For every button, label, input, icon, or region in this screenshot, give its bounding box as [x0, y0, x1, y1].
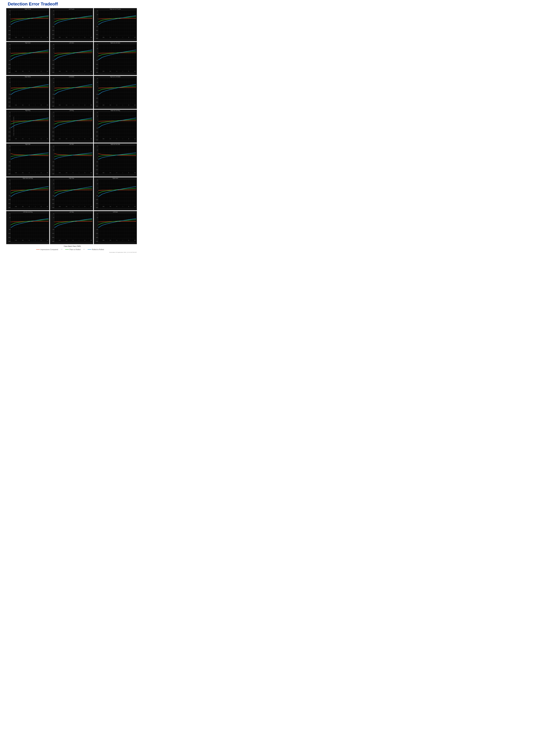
chart-inner-4-0: 0.0010.010.1110100 — [11, 146, 49, 174]
chart-title-2-0: Right Middle — [25, 76, 31, 77]
x-axis-2-0: 0.0010.010.1110100 — [15, 104, 48, 107]
chart-4-1: Left Little0.10.5125.0010.0020.000.0010.… — [50, 143, 93, 177]
chart-title-5-0: Right Index and Ring — [23, 178, 33, 179]
chart-inner-4-2: 0.0010.010.1110100 — [98, 146, 136, 174]
chart-inner-1-2: 0.0010.010.1110100 — [98, 44, 136, 73]
x-axis-2-1: 0.0010.010.1110100 — [59, 104, 91, 107]
chart-6-0: Left Index and Ring0.10.5125.0010.0020.0… — [6, 211, 49, 244]
chart-4-2: Right and Left Little0.10.5125.0010.0020… — [94, 143, 137, 177]
chart-0-0: Right Thumb0.10.5125.0010.0020.000.0010.… — [6, 8, 49, 41]
x-axis-5-2: 0.0010.010.1110100 — [103, 206, 135, 208]
chart-inner-4-1: 0.0010.010.1110100 — [54, 146, 92, 174]
chart-3-1: Left Ring0.10.5125.0010.0020.000.0010.00… — [50, 109, 93, 143]
chart-inner-6-1: 0.0010.010.1110100 — [54, 213, 92, 242]
legend: Impressions Compared — Plain to Rolled —… — [3, 248, 137, 250]
y-axis-6-1: 0.10.5125.0010.0020.000.001 — [50, 213, 54, 242]
chart-inner-1-0: 0.0010.010.1110100 — [11, 44, 49, 73]
chart-5-2: Right Hand0.10.5125.0010.0020.000.0010.0… — [94, 177, 137, 210]
x-axis-0-2: 0.0010.010.1110100 — [103, 37, 135, 39]
y-axis-1-2: 0.10.5125.0010.0020.000.001 — [94, 44, 98, 73]
chart-2-0: Right Middle0.10.5125.0010.0020.000.0010… — [6, 76, 49, 109]
y-axis-0-2: 0.10.5125.0010.0020.000.001 — [94, 10, 98, 39]
chart-inner-6-0: 0.0010.010.1110100 — [11, 213, 49, 242]
chart-inner-0-1: 0.0010.010.1110100 — [54, 10, 92, 39]
chart-title-5-2: Right Hand — [113, 178, 118, 179]
chart-3-0: Right Ring0.10.5125.0010.0020.000.0010.0… — [6, 109, 49, 143]
x-axis-4-2: 0.0010.010.1110100 — [103, 172, 135, 174]
chart-6-1: Left Slap0.10.5125.0010.0020.000.0010.00… — [50, 211, 93, 244]
y-axis-2-2: 0.10.5125.0010.0020.000.001 — [94, 78, 98, 107]
legend-line-blue — [87, 249, 91, 250]
chart-inner-5-0: 0.0010.010.1110100 — [11, 180, 49, 208]
chart-title-6-0: Left Index and Ring — [23, 211, 32, 212]
y-axis-2-1: 0.10.5125.0010.0020.000.001 — [50, 78, 54, 107]
y-axis-5-0: 0.10.5125.0010.0020.000.001 — [6, 180, 11, 208]
chart-title-2-2: Right and Left Middle — [110, 76, 121, 77]
chart-inner-2-2: 0.0010.010.1110100 — [98, 78, 136, 107]
y-axis-6-2: 0.10.5125.0010.0020.000.001 — [94, 213, 98, 242]
y-axis-4-1: 0.10.5125.0010.0020.000.001 — [50, 146, 54, 174]
chart-title-6-2: Left Hand — [113, 211, 117, 212]
chart-title-4-2: Right and Left Little — [111, 144, 120, 145]
x-axis-3-1: 0.0010.010.1110100 — [59, 138, 91, 140]
x-axis-1-1: 0.0010.010.1110100 — [59, 71, 91, 73]
footer-text: Generated 18 September 2024, 12:21:09 PM… — [3, 252, 137, 253]
chart-4-0: Right Little0.10.5125.0010.0020.000.0010… — [6, 143, 49, 177]
legend-label-orange: Impressions Compared — [41, 249, 58, 250]
x-axis-6-0: 0.0010.010.1110100 — [15, 240, 48, 242]
legend-line-green — [65, 249, 69, 250]
y-axis-1-1: 0.10.5125.0010.0020.000.001 — [50, 44, 54, 73]
chart-title-4-1: Left Little — [70, 144, 74, 145]
x-axis-2-2: 0.0010.010.1110100 — [103, 104, 135, 107]
x-axis-6-2: 0.0010.010.1110100 — [103, 240, 135, 242]
chart-title-1-1: Left Index — [69, 42, 74, 44]
chart-inner-2-1: 0.0010.010.1110100 — [54, 78, 92, 107]
y-axis-5-2: 0.10.5125.0010.0020.000.001 — [94, 180, 98, 208]
chart-5-0: Right Index and Ring0.10.5125.0010.0020.… — [6, 177, 49, 210]
chart-title-6-1: Left Slap — [70, 211, 74, 212]
x-axis-label: False Match Rate (FMR) — [8, 246, 137, 247]
chart-1-1: Left Index0.10.5125.0010.0020.000.0010.0… — [50, 42, 93, 75]
legend-line-orange — [36, 249, 40, 250]
chart-6-2: Left Hand0.10.5125.0010.0020.000.0010.00… — [94, 211, 137, 244]
chart-title-3-2: Right and Left Ring — [111, 110, 120, 111]
chart-5-1: Right Slap0.10.5125.0010.0020.000.0010.0… — [50, 177, 93, 210]
x-axis-4-0: 0.0010.010.1110100 — [15, 172, 48, 174]
x-axis-5-1: 0.0010.010.1110100 — [59, 206, 91, 208]
y-axis-3-1: 0.10.5125.0010.0020.000.001 — [50, 112, 54, 140]
x-axis-3-0: 0.0010.010.1110100 — [15, 138, 48, 140]
chart-inner-3-2: 0.0010.010.1110100 — [98, 112, 136, 140]
x-axis-1-0: 0.0010.010.1110100 — [15, 71, 48, 73]
chart-inner-6-2: 0.0010.010.1110100 — [98, 213, 136, 242]
y-axis-title: False Non-Match Rate (FNMR) — [13, 117, 15, 136]
x-axis-4-1: 0.0010.010.1110100 — [59, 172, 91, 174]
chart-title-5-1: Right Slap — [69, 178, 74, 179]
chart-title-1-0: Right Index — [25, 42, 30, 44]
chart-3-2: Right and Left Ring0.10.5125.0010.0020.0… — [94, 109, 137, 143]
y-axis-1-0: 0.10.5125.0010.0020.000.001 — [6, 44, 11, 73]
charts-wrapper: False Non-Match Rate (FNMR) Right Thumb0… — [3, 8, 137, 244]
x-axis-3-2: 0.0010.010.1110100 — [103, 138, 135, 140]
chart-title-0-1: Left Thumb — [69, 8, 74, 10]
chart-inner-3-0: 0.0010.010.1110100 — [11, 112, 49, 140]
y-axis-3-2: 0.10.5125.0010.0020.000.001 — [94, 112, 98, 140]
chart-inner-1-1: 0.0010.010.1110100 — [54, 44, 92, 73]
chart-1-2: Right and Left Index0.10.5125.0010.0020.… — [94, 42, 137, 75]
x-axis-5-0: 0.0010.010.1110100 — [15, 206, 48, 208]
y-axis-6-0: 0.10.5125.0010.0020.000.001 — [6, 213, 11, 242]
legend-item-green: Plain to Rolled — [65, 249, 81, 250]
y-axis-3-0: 0.10.5125.0010.0020.000.001 — [6, 112, 11, 140]
y-axis-4-2: 0.10.5125.0010.0020.000.001 — [94, 146, 98, 174]
legend-item-blue: Rolled to Rolled — [87, 249, 104, 250]
chart-inner-2-0: 0.0010.010.1110100 — [11, 78, 49, 107]
chart-title-4-0: Right Little — [25, 144, 30, 145]
legend-item-orange: Impressions Compared — [36, 249, 58, 250]
chart-2-2: Right and Left Middle0.10.5125.0010.0020… — [94, 76, 137, 109]
y-axis-5-1: 0.10.5125.0010.0020.000.001 — [50, 180, 54, 208]
y-axis-0-1: 0.10.5125.0010.0020.000.001 — [50, 10, 54, 39]
chart-inner-0-0: 0.0010.010.1110100 — [11, 10, 49, 39]
x-axis-1-2: 0.0010.010.1110100 — [103, 71, 135, 73]
y-axis-4-0: 0.10.5125.0010.0020.000.001 — [6, 146, 11, 174]
chart-inner-5-1: 0.0010.010.1110100 — [54, 180, 92, 208]
y-axis-0-0: 0.10.5125.0010.0020.000.001 — [6, 10, 11, 39]
